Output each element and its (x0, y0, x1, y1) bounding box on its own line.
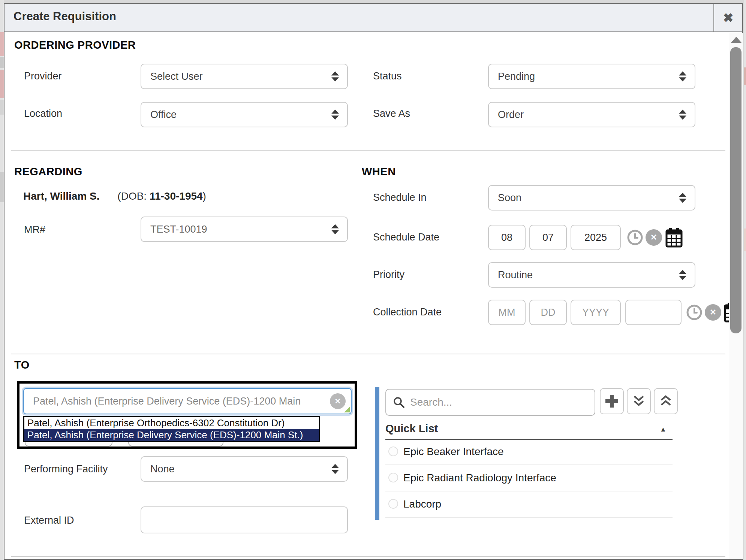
schedule-date-year-field[interactable] (571, 225, 621, 250)
collapse-all-button[interactable] (654, 388, 678, 414)
double-chevron-up-icon (659, 394, 673, 408)
clock-icon (627, 229, 643, 246)
collection-date-day-input[interactable] (529, 300, 567, 325)
list-divider (385, 517, 673, 518)
location-label: Location (24, 108, 62, 119)
performing-facility-select[interactable]: None (141, 456, 348, 482)
provider-label: Provider (24, 70, 62, 82)
status-select[interactable]: Pending (488, 64, 695, 89)
recipient-clear-button[interactable]: ✕ (330, 393, 346, 409)
backdrop-fragment (0, 100, 4, 115)
expand-all-button[interactable] (627, 388, 651, 414)
status-label: Status (373, 70, 402, 82)
collection-date-month-field[interactable] (488, 300, 526, 325)
save-as-label: Save As (373, 108, 410, 119)
select-arrows-icon (679, 193, 686, 203)
clear-icon: ✕ (335, 397, 341, 406)
schedule-in-select[interactable]: Soon (488, 185, 695, 211)
external-id-field[interactable] (141, 506, 348, 533)
list-divider (385, 464, 673, 465)
schedule-in-label: Schedule In (373, 192, 427, 203)
location-select[interactable]: Office (141, 102, 348, 127)
performing-facility-label: Performing Facility (24, 459, 118, 479)
quick-list-item[interactable]: Epic Beaker Interface (403, 446, 504, 458)
clear-icon: ✕ (710, 308, 716, 317)
quick-list-radio[interactable] (388, 499, 398, 509)
schedule-date-day-input[interactable] (529, 225, 567, 250)
collection-date-day-field[interactable] (529, 300, 567, 325)
backdrop-fragment (0, 57, 4, 68)
modal-title: Create Requisition (13, 10, 116, 23)
quick-list-radio[interactable] (388, 473, 398, 482)
plus-icon (604, 393, 620, 409)
quick-list-radio[interactable] (388, 447, 398, 456)
collection-date-year-field[interactable] (571, 300, 621, 325)
save-as-select[interactable]: Order (488, 102, 695, 127)
schedule-date-clear-button[interactable]: ✕ (646, 229, 662, 246)
recipient-input-value[interactable]: Patel, Ashish (Enterprise Delivery Servi… (24, 396, 330, 407)
schedule-date-time-icon[interactable] (627, 229, 643, 246)
to-heading: TO (14, 359, 30, 371)
location-select-value: Office (150, 109, 177, 121)
schedule-date-month-input[interactable] (488, 225, 526, 250)
directory-search-input[interactable] (409, 396, 576, 409)
schedule-date-calendar-button[interactable] (665, 227, 683, 248)
scrollbar-thumb[interactable] (730, 47, 742, 333)
priority-select-value: Routine (498, 269, 533, 281)
close-button[interactable]: ✖ (714, 4, 742, 31)
external-id-input[interactable] (141, 506, 348, 533)
collection-date-year-input[interactable] (571, 300, 621, 325)
section-divider (11, 150, 725, 151)
suggestion-item-selected[interactable]: Patel, Ashish (Enterprise Delivery Servi… (24, 429, 319, 441)
select-arrows-icon (331, 72, 339, 82)
save-as-select-value: Order (498, 109, 524, 121)
resize-handle-icon[interactable] (344, 407, 350, 412)
recipient-suggestions-dropdown: Patel, Ashish (Enterprise Orthopedics-63… (23, 416, 320, 442)
backdrop-fragment (0, 32, 4, 56)
quick-list-underline (385, 439, 673, 440)
collection-time-icon[interactable] (686, 304, 703, 321)
collection-date-label: Collection Date (373, 306, 442, 318)
provider-select[interactable]: Select User (141, 64, 348, 89)
status-select-value: Pending (498, 71, 535, 82)
select-arrows-icon (331, 464, 339, 474)
collection-date-time-input[interactable] (625, 300, 682, 325)
regarding-heading: REGARDING (14, 166, 82, 178)
backdrop-fragment (0, 70, 4, 98)
quick-list-item[interactable]: Labcorp (403, 498, 441, 510)
schedule-date-day-field[interactable] (529, 225, 567, 250)
ordering-provider-heading: ORDERING PROVIDER (14, 39, 136, 51)
recipient-autocomplete-field[interactable]: Patel, Ashish (Enterprise Delivery Servi… (23, 388, 352, 414)
schedule-date-year-input[interactable] (571, 225, 621, 250)
section-divider (11, 354, 725, 354)
clear-icon: ✕ (650, 233, 657, 242)
list-divider (385, 491, 673, 491)
double-chevron-down-icon (632, 394, 646, 408)
schedule-in-select-value: Soon (498, 192, 521, 204)
select-arrows-icon (679, 72, 686, 82)
when-heading: WHEN (362, 166, 396, 178)
backdrop-fragment (0, 172, 4, 202)
backdrop-fragment (744, 67, 746, 85)
backdrop-fragment (744, 228, 746, 251)
collection-date-clear-button[interactable]: ✕ (705, 304, 721, 321)
quick-list-collapse-button[interactable]: ▲ (660, 426, 667, 433)
schedule-date-month-field[interactable] (488, 225, 526, 250)
quick-list-item[interactable]: Epic Radiant Radiology Interface (403, 472, 556, 484)
mr-select[interactable]: TEST-10019 (141, 217, 348, 242)
patient-name: Hart, William S. (23, 190, 100, 202)
dob-prefix: (DOB: (117, 190, 147, 202)
scrollbar-up-arrow[interactable] (731, 37, 742, 43)
collection-date-time-field[interactable] (625, 300, 682, 325)
directory-search-field[interactable] (385, 389, 595, 416)
add-button[interactable] (600, 388, 624, 414)
dob-suffix: ) (203, 190, 206, 202)
select-arrows-icon (679, 270, 686, 280)
collection-date-month-input[interactable] (488, 300, 526, 325)
panel-accent-stripe (375, 387, 379, 520)
priority-select[interactable]: Routine (488, 262, 695, 288)
close-icon: ✖ (723, 10, 734, 25)
suggestion-item[interactable]: Patel, Ashish (Enterprise Orthopedics-63… (24, 417, 319, 429)
dob-value: 11-30-1954 (150, 190, 203, 202)
mr-select-value: TEST-10019 (150, 224, 207, 235)
